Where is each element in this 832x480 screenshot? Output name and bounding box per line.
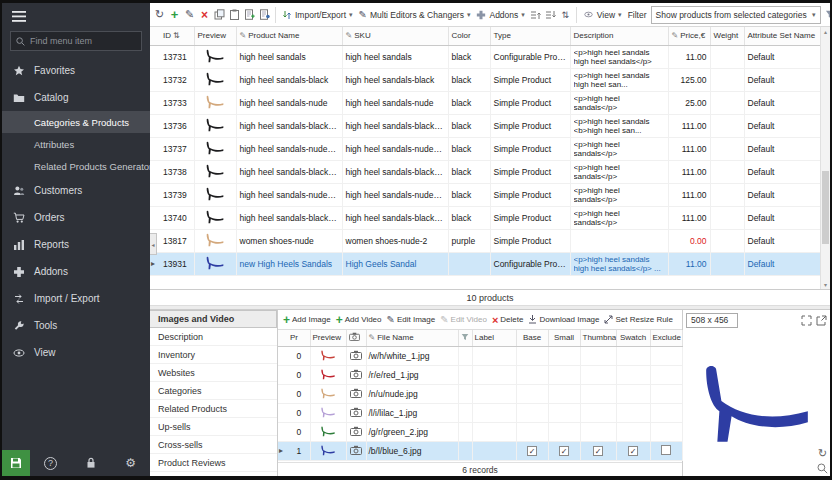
new-document-icon[interactable] [243, 7, 256, 23]
image-row[interactable]: ▸1/b/l/blue_6.jpg✓✓✓✓ [278, 441, 682, 460]
download-image-button[interactable]: Download Image [528, 315, 599, 324]
open-external-icon[interactable] [816, 315, 827, 326]
delete-product-icon[interactable]: × [198, 7, 211, 23]
column-header-sku[interactable]: ✎SKU [342, 27, 448, 45]
paste-icon[interactable] [228, 7, 241, 23]
detail-tab-related-products[interactable]: Related Products [150, 400, 277, 418]
product-row[interactable]: 13731high heel sandalshigh heel sandalsb… [150, 45, 820, 68]
detail-tab-cross-sells[interactable]: Cross-sells [150, 436, 277, 454]
detail-tab-categories[interactable]: Categories [150, 382, 277, 400]
image-row[interactable]: 0/r/e/red_1.jpg [278, 365, 682, 384]
column-header-preview[interactable]: Preview [194, 27, 236, 45]
sidebar-item-related-products-generator[interactable]: Related Products Generator [2, 155, 150, 177]
row-expander[interactable] [278, 365, 288, 384]
image-size-field[interactable]: 508 x 456 [686, 313, 738, 328]
sidebar-item-view[interactable]: View [2, 339, 150, 366]
column-header-color[interactable]: Color [448, 27, 490, 45]
sidebar-item-categories-products[interactable]: Categories & Products [2, 111, 150, 133]
column-header-base[interactable]: Base [516, 330, 548, 346]
sidebar-item-orders[interactable]: Orders [2, 204, 150, 231]
row-expander[interactable] [278, 384, 288, 403]
detail-tab-description[interactable]: Description [150, 328, 277, 346]
scrollbar-thumb[interactable] [822, 171, 829, 244]
column-header-attribute-set[interactable]: Attribute Set Name [744, 27, 820, 45]
row-expander[interactable] [150, 68, 160, 91]
product-row[interactable]: 13732high heel sandals-blackhigh heel sa… [150, 68, 820, 91]
edit-video-button[interactable]: ✎Edit Video [440, 314, 487, 325]
detail-tab-product-reviews[interactable]: Product Reviews [150, 454, 277, 472]
product-row[interactable]: 13738high heel sandals-black-37high heel… [150, 160, 820, 183]
column-header-camera[interactable] [346, 330, 366, 346]
column-header-description[interactable]: Description [570, 27, 668, 45]
image-row[interactable]: 0/l/i/lilac_1.jpg [278, 403, 682, 422]
column-header-small[interactable]: Small [548, 330, 580, 346]
column-header-product-name[interactable]: ✎Product Name [236, 27, 342, 45]
scroll-down-arrow[interactable]: ▾ [821, 280, 830, 289]
store-button[interactable] [2, 450, 30, 476]
checkbox[interactable]: ✓ [527, 446, 537, 456]
rotate-icon[interactable]: ↻ [818, 447, 827, 460]
row-expander[interactable] [278, 403, 288, 422]
move-top-icon[interactable] [529, 7, 542, 23]
detail-tab-images-and-video[interactable]: Images and Video [150, 310, 277, 328]
menu-toggle-button[interactable] [2, 3, 150, 29]
sidebar-item-attributes[interactable]: Attributes [2, 133, 150, 155]
view-menu-button[interactable]: View▾ [581, 9, 624, 21]
scroll-up-arrow[interactable]: ▴ [821, 27, 830, 36]
column-header-type[interactable]: Type [490, 27, 570, 45]
row-expander[interactable] [150, 183, 160, 206]
image-row[interactable]: 0/w/h/white_1.jpg [278, 346, 682, 365]
row-expander[interactable] [150, 160, 160, 183]
filter-select[interactable]: Show products from selected categories▾ [651, 6, 821, 24]
checkbox[interactable] [661, 445, 671, 455]
row-expander[interactable]: ▸ [278, 441, 288, 460]
add-image-button[interactable]: +Add Image [283, 313, 331, 327]
column-header-id[interactable]: ID⇅ [160, 27, 194, 45]
row-expander[interactable] [150, 91, 160, 114]
column-header-label[interactable]: Label [472, 330, 516, 346]
sidebar-item-customers[interactable]: Customers [2, 177, 150, 204]
edit-product-icon[interactable]: ✎ [183, 7, 196, 23]
row-expander[interactable] [150, 45, 160, 68]
row-expander[interactable] [278, 346, 288, 365]
detail-tab-inventory[interactable]: Inventory [150, 346, 277, 364]
image-row[interactable]: 0/g/r/green_2.jpg [278, 422, 682, 441]
copy-icon[interactable] [213, 7, 226, 23]
lock-button[interactable] [85, 457, 97, 469]
row-expander[interactable] [278, 422, 288, 441]
checkbox[interactable]: ✓ [559, 446, 569, 456]
checkbox[interactable]: ✓ [628, 446, 638, 456]
column-header-weight[interactable]: Weight [710, 27, 744, 45]
row-expander[interactable]: ▸ [150, 252, 160, 275]
column-header-filter[interactable] [458, 330, 472, 346]
column-header-image-preview[interactable]: Preview [310, 330, 346, 346]
add-product-icon[interactable]: + [168, 7, 181, 23]
row-expander[interactable] [150, 137, 160, 160]
settings-button[interactable]: ⚙ [125, 456, 136, 470]
filters-menu-button[interactable]: Filters▾ [823, 9, 830, 21]
fullscreen-icon[interactable] [801, 315, 812, 326]
column-header-swatch[interactable]: Swatch [616, 330, 650, 346]
sidebar-item-import-export[interactable]: Import / Export [2, 285, 150, 312]
set-resize-rule-button[interactable]: Set Resize Rule [604, 315, 672, 324]
image-row[interactable]: 0/n/u/nude.jpg [278, 384, 682, 403]
reorder-icon[interactable]: ⇅ [559, 7, 572, 23]
product-row[interactable]: ▸13931new High Heels SandalsHigh Geels S… [150, 252, 820, 275]
add-video-button[interactable]: +Add Video [336, 313, 382, 327]
product-row[interactable]: 13737high heel sandals-nude-36high heel … [150, 137, 820, 160]
product-row[interactable]: 13733high heel sandals-nudehigh heel san… [150, 91, 820, 114]
product-row[interactable]: 13740high heel sandals-black-38high heel… [150, 206, 820, 229]
row-expander[interactable] [150, 206, 160, 229]
checkbox[interactable]: ✓ [593, 446, 603, 456]
vertical-scrollbar[interactable]: ▴ ▾ [820, 27, 830, 289]
detail-tab-up-sells[interactable]: Up-sells [150, 418, 277, 436]
column-header-exclude[interactable]: Exclude [650, 330, 682, 346]
sidebar-search-input[interactable]: Find menu item [10, 31, 142, 51]
import-export-menu-button[interactable]: Import/Export▾ [280, 9, 355, 21]
move-bottom-icon[interactable] [544, 7, 557, 23]
sidebar-collapse-handle[interactable]: ◂ [150, 233, 157, 255]
column-header-price[interactable]: ✎Price,€ [668, 27, 710, 45]
column-header-file-name[interactable]: ✎File Name [366, 330, 458, 346]
refresh-icon[interactable]: ↻ [153, 7, 166, 23]
sidebar-item-reports[interactable]: Reports [2, 231, 150, 258]
